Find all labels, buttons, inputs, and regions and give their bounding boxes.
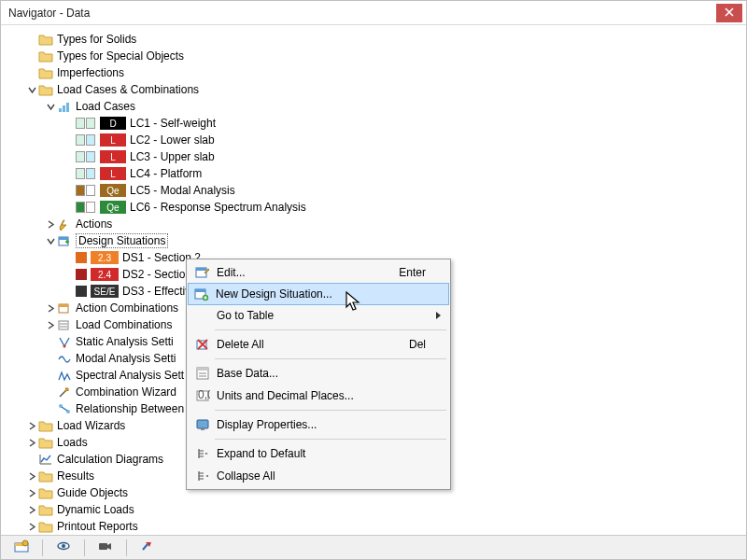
tree-label: LC3 - Upper slab bbox=[130, 150, 215, 163]
menu-units[interactable]: 0,00 Units and Decimal Places... bbox=[189, 385, 448, 407]
tree-label: LC1 - Self-weight bbox=[130, 117, 216, 130]
node-icon bbox=[57, 402, 72, 415]
ds-swatch bbox=[76, 286, 87, 297]
node-icon bbox=[38, 453, 53, 466]
svg-rect-4 bbox=[59, 237, 68, 240]
lc-swatch bbox=[76, 202, 96, 213]
folder-icon bbox=[38, 520, 53, 533]
node-icon bbox=[57, 301, 72, 315]
menu-base-data[interactable]: Base Data... bbox=[189, 362, 448, 385]
svg-rect-12 bbox=[196, 268, 206, 271]
new-icon bbox=[191, 285, 212, 303]
chevron-right-icon[interactable] bbox=[25, 503, 38, 516]
node-icon bbox=[57, 385, 72, 399]
chevron-right-icon[interactable] bbox=[44, 318, 57, 331]
chevron-down-icon[interactable] bbox=[25, 83, 38, 96]
eye-icon bbox=[56, 539, 71, 555]
context-menu[interactable]: Edit... Enter New Design Situation... Go… bbox=[186, 259, 451, 490]
window-title: Navigator - Data bbox=[8, 7, 716, 20]
node-icon bbox=[57, 335, 72, 348]
tree-printout-reports[interactable]: Printout Reports bbox=[7, 518, 740, 533]
folder-icon bbox=[38, 486, 53, 499]
tree-label: LC5 - Modal Analysis bbox=[130, 184, 235, 197]
lc-swatch bbox=[76, 134, 96, 146]
chevron-down-icon[interactable] bbox=[44, 100, 57, 113]
load-case-item[interactable]: LLC2 - Lower slab bbox=[7, 132, 740, 148]
folder-icon bbox=[38, 33, 53, 46]
svg-rect-14 bbox=[195, 289, 205, 292]
chevron-down-icon[interactable] bbox=[44, 234, 57, 247]
tab-views-button[interactable] bbox=[91, 538, 120, 558]
lc-swatch bbox=[76, 168, 96, 179]
menu-edit[interactable]: Edit... Enter bbox=[189, 261, 448, 284]
lc-badge: Qe bbox=[100, 184, 126, 197]
lc-swatch bbox=[76, 151, 96, 162]
load-case-item[interactable]: QeLC6 - Response Spectrum Analysis bbox=[7, 199, 740, 216]
chevron-right-icon[interactable] bbox=[44, 301, 57, 315]
tree-types-special[interactable]: Types for Special Objects bbox=[7, 48, 740, 64]
load-case-item[interactable]: DLC1 - Self-weight bbox=[7, 115, 740, 132]
lc-badge: D bbox=[100, 117, 126, 130]
folder-icon bbox=[38, 419, 53, 432]
tab-data-button[interactable] bbox=[7, 538, 36, 558]
lc-badge: L bbox=[100, 150, 126, 163]
delete-icon bbox=[192, 335, 213, 354]
close-button[interactable] bbox=[716, 4, 742, 22]
chevron-right-icon[interactable] bbox=[25, 469, 38, 483]
menu-separator bbox=[215, 439, 446, 440]
load-case-item[interactable]: LLC3 - Upper slab bbox=[7, 148, 740, 165]
svg-rect-1 bbox=[63, 105, 65, 112]
svg-rect-28 bbox=[99, 543, 107, 550]
load-case-item[interactable]: QeLC5 - Modal Analysis bbox=[7, 182, 740, 199]
tree-label: LC4 - Platform bbox=[130, 167, 202, 180]
tree-label: Loads bbox=[57, 436, 88, 449]
tree-imperfections[interactable]: Imperfections bbox=[7, 64, 740, 81]
menu-go-to-table[interactable]: Go to Table bbox=[189, 304, 448, 327]
menu-new-design-situation[interactable]: New Design Situation... bbox=[188, 283, 449, 305]
tree-label: LC2 - Lower slab bbox=[130, 133, 215, 147]
tree-label: Calculation Diagrams bbox=[57, 453, 163, 466]
tree-label: Load Wizards bbox=[57, 419, 125, 432]
lc-swatch bbox=[76, 118, 96, 129]
expand-icon bbox=[192, 444, 213, 463]
chevron-right-icon[interactable] bbox=[25, 486, 38, 499]
menu-expand-default[interactable]: Expand to Default bbox=[189, 442, 448, 465]
tab-results-button[interactable] bbox=[133, 538, 162, 558]
svg-point-25 bbox=[22, 540, 28, 546]
ds-tag: 2.4 bbox=[91, 268, 119, 281]
tree-dynamic-loads[interactable]: Dynamic Loads bbox=[7, 501, 740, 518]
tree-design-situations[interactable]: Design Situations bbox=[7, 232, 740, 249]
ds-tag: 2.3 bbox=[91, 251, 119, 264]
svg-point-27 bbox=[62, 544, 65, 548]
chevron-right-icon[interactable] bbox=[25, 520, 38, 533]
tree-label: Actions bbox=[76, 217, 112, 231]
camera-icon bbox=[98, 539, 113, 555]
tree-label: Results bbox=[57, 469, 94, 483]
tree-load-cases-combinations[interactable]: Load Cases & Combinations bbox=[7, 81, 740, 98]
chevron-right-icon[interactable] bbox=[25, 419, 38, 432]
tree-label: Static Analysis Setti bbox=[76, 335, 174, 348]
svg-rect-6 bbox=[59, 304, 68, 307]
node-icon bbox=[57, 100, 72, 113]
load-case-item[interactable]: LLC4 - Platform bbox=[7, 165, 740, 182]
ds-tag: SE/E bbox=[91, 285, 119, 298]
tree-load-cases[interactable]: Load Cases bbox=[7, 98, 740, 115]
tree-label: Types for Special Objects bbox=[57, 49, 184, 63]
tree-actions[interactable]: Actions bbox=[7, 216, 740, 232]
folder-icon bbox=[38, 83, 53, 96]
chevron-right-icon[interactable] bbox=[25, 436, 38, 449]
menu-delete-all[interactable]: Delete All Del bbox=[189, 333, 448, 356]
tab-display-button[interactable] bbox=[49, 538, 78, 558]
display-icon bbox=[192, 415, 213, 434]
menu-collapse-all[interactable]: Collapse All bbox=[189, 465, 448, 487]
tree-label: Imperfections bbox=[57, 66, 124, 79]
lc-badge: Qe bbox=[100, 201, 126, 214]
tree-types-solids[interactable]: Types for Solids bbox=[7, 31, 740, 48]
tree-label: Design Situations bbox=[76, 233, 168, 248]
bottom-toolbar bbox=[1, 535, 746, 559]
chevron-right-icon[interactable] bbox=[44, 217, 57, 231]
menu-display-properties[interactable]: Display Properties... bbox=[189, 413, 448, 436]
menu-separator bbox=[215, 329, 446, 330]
node-icon bbox=[57, 217, 72, 231]
tree-label: Action Combinations bbox=[76, 301, 178, 315]
